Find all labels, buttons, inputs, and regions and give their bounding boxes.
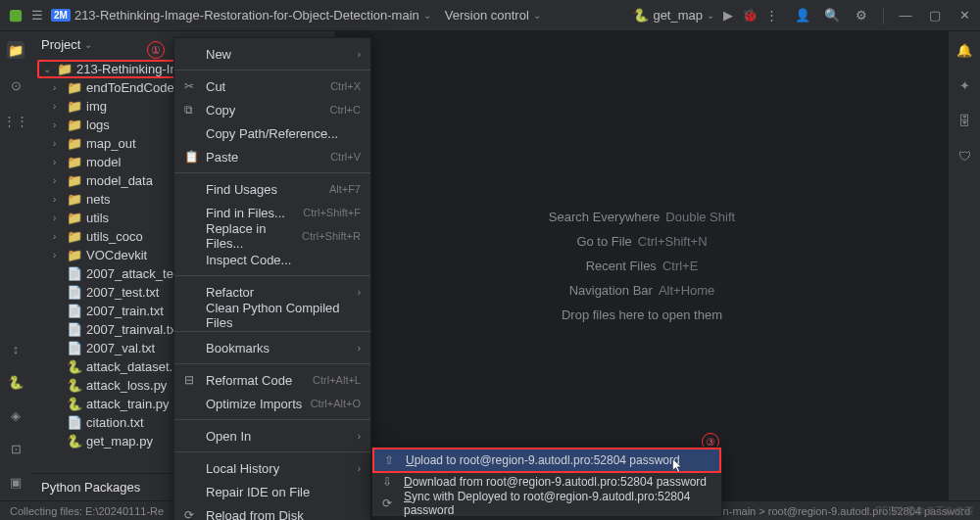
notifications-icon[interactable]: 🔔 bbox=[956, 41, 973, 59]
editor-placeholder: Search EverywhereDouble ShiftGo to FileC… bbox=[335, 31, 949, 500]
more-icon[interactable]: ⋮ bbox=[763, 8, 779, 24]
shield-alert-icon[interactable]: 🛡 bbox=[956, 147, 973, 165]
structure-icon[interactable]: ⋮⋮ bbox=[7, 112, 24, 129]
debug-icon[interactable]: 🐞 bbox=[742, 8, 758, 24]
menu-item[interactable]: Inspect Code... bbox=[174, 248, 370, 271]
close-icon[interactable]: ✕ bbox=[956, 8, 972, 24]
editor-hint: Go to FileCtrl+Shift+N bbox=[576, 234, 707, 249]
gear-icon[interactable]: ⚙ bbox=[854, 8, 869, 24]
main-shell: 📁 ⊙ ⋮⋮ ↕ 🐍 ◈ ⊡ ▣ Project ⌄ ⌄📁213-Rethink… bbox=[0, 31, 980, 500]
editor-hint: Recent FilesCtrl+E bbox=[586, 259, 699, 273]
editor-hint: Drop files here to open them bbox=[562, 307, 722, 322]
search-icon[interactable]: 🔍 bbox=[824, 8, 840, 24]
svg-rect-0 bbox=[10, 9, 22, 21]
editor-hint: Search EverywhereDouble Shift bbox=[549, 210, 735, 224]
menu-item[interactable]: 📋PasteCtrl+V bbox=[174, 145, 370, 168]
problems-icon[interactable]: ⊡ bbox=[7, 440, 24, 457]
app-icon bbox=[8, 8, 24, 24]
database-icon[interactable]: 🗄 bbox=[956, 112, 973, 129]
ai-icon[interactable]: ✦ bbox=[956, 76, 973, 94]
services-icon[interactable]: ◈ bbox=[7, 406, 24, 424]
vcs-widget[interactable]: Version control ⌄ bbox=[445, 8, 541, 23]
terminal-icon[interactable]: ▣ bbox=[7, 473, 24, 491]
code-with-me-icon[interactable]: 👤 bbox=[795, 8, 810, 24]
commit-icon[interactable]: ⊙ bbox=[7, 76, 24, 94]
chevron-down-icon: ⌄ bbox=[84, 39, 92, 50]
menu-item[interactable]: Replace in Files...Ctrl+Shift+R bbox=[174, 224, 370, 248]
chevron-down-icon: ⌄ bbox=[533, 10, 541, 21]
menu-item[interactable]: Optimize ImportsCtrl+Alt+O bbox=[174, 392, 370, 415]
python-env-icon[interactable]: 🐍 bbox=[7, 373, 24, 391]
menu-item[interactable]: Find UsagesAlt+F7 bbox=[174, 177, 370, 201]
divider bbox=[883, 7, 884, 24]
menu-item[interactable]: New› bbox=[174, 42, 370, 66]
top-toolbar: ☰ 2M 213-Rethinking-Image-Restoration-fo… bbox=[0, 0, 980, 31]
annotation-1: ① bbox=[147, 41, 165, 59]
project-tool-icon[interactable]: 📁 bbox=[7, 41, 24, 59]
menu-item[interactable]: ⊟Reformat CodeCtrl+Alt+L bbox=[174, 368, 370, 392]
menu-item[interactable]: Bookmarks› bbox=[174, 336, 370, 359]
left-toolbar: 📁 ⊙ ⋮⋮ ↕ 🐍 ◈ ⊡ ▣ bbox=[0, 31, 31, 500]
python-icon: 🐍 bbox=[633, 8, 649, 23]
git-icon[interactable]: ↕ bbox=[7, 340, 24, 357]
menu-item[interactable]: Open In› bbox=[174, 424, 370, 448]
chevron-down-icon: ⌄ bbox=[423, 10, 431, 21]
right-toolbar: 🔔 ✦ 🗄 🛡 bbox=[949, 31, 980, 500]
watermark: CSDN @作者正在煮茶 bbox=[875, 504, 974, 518]
run-icon[interactable]: ▶ bbox=[720, 8, 736, 24]
submenu-item[interactable]: ⟳Sync with Deployed to root@region-9.aut… bbox=[372, 493, 721, 514]
context-menu: New›✂CutCtrl+X⧉CopyCtrl+CCopy Path/Refer… bbox=[173, 37, 371, 520]
editor-hint: Navigation BarAlt+Home bbox=[569, 283, 715, 298]
chevron-down-icon: ⌄ bbox=[707, 10, 714, 21]
submenu-item[interactable]: ⇧Upload to root@region-9.autodl.pro:5280… bbox=[374, 449, 719, 471]
project-name: 213-Rethinking-Image-Restoration-for-Obj… bbox=[74, 8, 419, 23]
menu-item[interactable]: Repair IDE on File bbox=[174, 480, 370, 503]
menu-item[interactable]: ✂CutCtrl+X bbox=[174, 74, 370, 98]
breadcrumb[interactable]: 2M 213-Rethinking-Image-Restoration-for-… bbox=[51, 8, 431, 23]
menu-item[interactable]: Local History› bbox=[174, 456, 370, 480]
mouse-cursor bbox=[671, 459, 685, 473]
menu-item[interactable]: Copy Path/Reference... bbox=[174, 121, 370, 145]
menu-item[interactable]: ⟳Reload from Disk bbox=[174, 503, 370, 520]
menu-item[interactable]: Clean Python Compiled Files bbox=[174, 304, 370, 327]
deployment-submenu: ⇧Upload to root@region-9.autodl.pro:5280… bbox=[371, 447, 722, 517]
run-config[interactable]: 🐍 get_map ⌄ bbox=[633, 8, 714, 23]
menu-item[interactable]: ⧉CopyCtrl+C bbox=[174, 98, 370, 121]
maximize-icon[interactable]: ▢ bbox=[927, 8, 943, 24]
status-left: Collecting files: E:\20240111-Re bbox=[10, 505, 164, 517]
minimize-icon[interactable]: — bbox=[898, 8, 913, 24]
size-badge: 2M bbox=[51, 9, 71, 22]
main-menu-icon[interactable]: ☰ bbox=[29, 8, 45, 24]
